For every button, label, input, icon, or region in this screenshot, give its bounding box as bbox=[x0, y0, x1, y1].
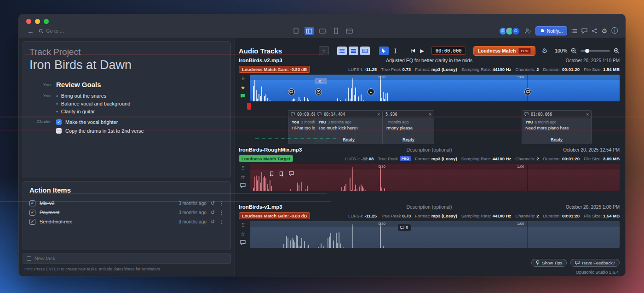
drag-handle-icon[interactable]: ⠿ bbox=[241, 223, 244, 229]
track-name[interactable]: IronBirds-v2.mp3 bbox=[239, 58, 351, 63]
info-icon[interactable]: ⓘ bbox=[611, 27, 618, 35]
checkbox-checked-icon[interactable]: ✓ bbox=[56, 119, 62, 125]
close-icon[interactable]: × bbox=[586, 112, 589, 117]
goto-search[interactable] bbox=[39, 28, 83, 34]
undo-icon[interactable]: ↺ bbox=[211, 219, 215, 225]
ruler-label: 1:00 bbox=[517, 75, 524, 79]
show-tips-button[interactable]: Show Tips bbox=[531, 259, 567, 267]
star-icon[interactable]: ★ bbox=[241, 85, 245, 91]
undo-icon[interactable]: ↺ bbox=[211, 200, 215, 206]
zoom-slider[interactable] bbox=[581, 50, 610, 52]
track-settings-gear-icon[interactable]: ⚙ bbox=[542, 47, 548, 54]
waveform-ironbirds-v1[interactable]: 0:30 1:00 5 bbox=[250, 221, 620, 248]
flag-marker-icon[interactable] bbox=[270, 171, 274, 176]
audio-tracks-panel: Audio Tracks + bbox=[235, 38, 625, 276]
share-icon[interactable] bbox=[592, 28, 597, 34]
close-icon[interactable]: × bbox=[429, 112, 431, 117]
titlebar: ← C C bbox=[19, 14, 625, 38]
track-ironbirds-v1: IronBirds-v1.mp3 Description (optional) … bbox=[239, 204, 620, 248]
reply-link[interactable]: Reply bbox=[383, 137, 434, 144]
skip-back-icon[interactable] bbox=[410, 48, 415, 53]
checkbox-checked-icon[interactable]: ✓ bbox=[29, 200, 35, 206]
track-description-placeholder[interactable]: Description (optional) bbox=[351, 204, 508, 210]
settings-gear-icon[interactable]: ⚙ bbox=[601, 27, 607, 35]
add-collaborator-icon[interactable] bbox=[524, 28, 531, 34]
list-view-icon[interactable] bbox=[337, 47, 347, 55]
new-task-input[interactable] bbox=[34, 256, 227, 261]
review-task-unchecked[interactable]: Copy the drums in 1st to 2nd verse bbox=[56, 126, 224, 135]
comment-icon[interactable] bbox=[240, 183, 246, 188]
drag-handle-icon[interactable]: ⠿ bbox=[241, 76, 244, 82]
feedback-label: Have Feedback? bbox=[582, 260, 615, 265]
star-icon[interactable]: ☆ bbox=[241, 231, 245, 237]
comments-icon[interactable] bbox=[581, 28, 587, 34]
cursor-tool-icon[interactable] bbox=[379, 47, 389, 55]
new-task-inputbar[interactable] bbox=[23, 253, 231, 264]
waveform-ironbirds-v2[interactable]: 0:30 1:00 To... ▲ bbox=[250, 75, 620, 101]
grid-line bbox=[389, 221, 389, 248]
track-description[interactable]: Adjusted EQ for better clarity in the mi… bbox=[351, 58, 508, 63]
split-view-icon[interactable] bbox=[305, 27, 314, 35]
comment-icon[interactable] bbox=[240, 94, 246, 99]
comment-popup[interactable]: 01:00.066 –× Youa month ago Need more pi… bbox=[522, 110, 592, 144]
comment-marker-icon[interactable] bbox=[288, 88, 295, 95]
drag-handle-icon[interactable]: ⠿ bbox=[241, 165, 244, 171]
waveform-ironbirds-roughmix[interactable]: 0:30 1:00 bbox=[250, 164, 620, 191]
queue-list-icon[interactable] bbox=[571, 29, 577, 34]
feedback-button[interactable]: Have Feedback? bbox=[570, 259, 620, 267]
zoom-in-icon[interactable] bbox=[614, 48, 620, 54]
action-item-row[interactable]: ✓ Payment 3 months ago ↺ ⋮ bbox=[29, 208, 224, 217]
comment-icon[interactable] bbox=[240, 240, 246, 245]
zoom-slider-thumb[interactable] bbox=[585, 49, 589, 53]
track-rail: ⠿ ☆ bbox=[239, 164, 247, 191]
action-item-row[interactable]: ✓ Mix-v2 3 months ago ↺ ⋮ bbox=[29, 199, 224, 208]
comment-count-badge[interactable]: 5 bbox=[398, 224, 411, 231]
text-select-tool-icon[interactable] bbox=[391, 47, 400, 55]
avatar[interactable]: C bbox=[512, 27, 520, 35]
comment-marker-icon[interactable] bbox=[289, 171, 294, 176]
minimize-icon[interactable]: – bbox=[581, 112, 584, 117]
checkbox-empty-icon[interactable] bbox=[56, 128, 62, 134]
rows-view-icon[interactable] bbox=[318, 27, 327, 35]
more-options-icon[interactable]: ⋮ bbox=[219, 210, 224, 216]
search-input[interactable] bbox=[46, 28, 83, 34]
review-task-checked[interactable]: ✓ Make the vocal brighter bbox=[56, 117, 224, 126]
desktop-view-icon[interactable] bbox=[345, 27, 354, 35]
phone-view-icon[interactable] bbox=[331, 27, 340, 35]
comment-timestamp: 00:14.484 bbox=[324, 112, 345, 117]
minimize-icon[interactable]: – bbox=[424, 112, 426, 117]
track-description-placeholder[interactable]: Description (optional) bbox=[351, 147, 508, 152]
checkbox-checked-icon[interactable]: ✓ bbox=[29, 210, 35, 216]
close-button[interactable] bbox=[26, 19, 31, 24]
playhead-marker[interactable] bbox=[247, 103, 251, 110]
notify-button[interactable]: Notify... bbox=[535, 26, 568, 35]
comment-popup[interactable]: 5.930 –× months ago rmony please Reply bbox=[383, 110, 434, 144]
track-name[interactable]: IronBirds-v1.mp3 bbox=[239, 204, 351, 210]
action-item-row[interactable]: ✓ Send-final-mix 3 months ago ↺ ⋮ bbox=[29, 217, 224, 226]
loudness-match-button[interactable]: Loudness Match PRO bbox=[473, 46, 535, 56]
reply-link[interactable]: Reply bbox=[315, 137, 382, 144]
reply-link[interactable]: Reply bbox=[522, 137, 591, 144]
more-options-icon[interactable]: ⋮ bbox=[219, 219, 224, 225]
maximize-button[interactable] bbox=[44, 19, 49, 24]
clock-marker-icon[interactable] bbox=[315, 88, 322, 95]
image-view-icon[interactable] bbox=[360, 47, 370, 55]
play-icon[interactable]: ▶ bbox=[420, 48, 424, 54]
track-name[interactable]: IronBirds-RoughMix.mp3 bbox=[239, 147, 351, 152]
tablet-view-icon[interactable] bbox=[291, 27, 300, 35]
minimize-icon[interactable]: – bbox=[372, 112, 375, 117]
minimize-button[interactable] bbox=[35, 19, 40, 24]
zoom-out-icon[interactable] bbox=[571, 48, 577, 54]
back-icon[interactable]: ← bbox=[27, 27, 34, 35]
rows-view-icon[interactable] bbox=[349, 47, 358, 55]
comment-popup[interactable]: 00:14.484 –× You3 months ago Too much ki… bbox=[315, 110, 383, 144]
comment-marker-icon[interactable] bbox=[524, 88, 531, 95]
close-icon[interactable]: × bbox=[377, 112, 380, 117]
star-icon[interactable]: ☆ bbox=[241, 174, 245, 180]
flag-marker-icon[interactable] bbox=[279, 171, 283, 176]
undo-icon[interactable]: ↺ bbox=[211, 210, 215, 216]
checkbox-checked-icon[interactable]: ✓ bbox=[29, 219, 35, 225]
more-options-icon[interactable]: ⋮ bbox=[219, 200, 224, 206]
warning-marker-icon[interactable]: ▲ bbox=[368, 88, 374, 95]
add-track-button[interactable]: + bbox=[319, 46, 329, 55]
